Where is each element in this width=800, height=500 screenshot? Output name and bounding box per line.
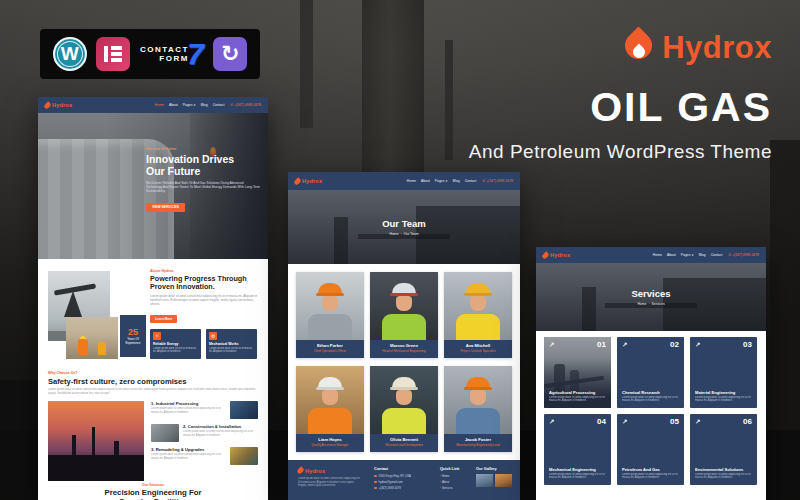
gallery-thumb[interactable] — [495, 474, 512, 487]
footer-link-home[interactable]: ›Home — [440, 474, 470, 478]
plugin-badges-bar: W CONTACT FORM 7 ↻ — [40, 29, 260, 79]
footer-contact-heading: Contact — [374, 467, 432, 471]
team-member-card[interactable]: Ethan ParkerChief Operations Officer — [296, 272, 364, 358]
phone-icon — [374, 487, 377, 490]
footer-link-services[interactable]: ›Services — [440, 486, 470, 490]
team-member-photo — [370, 366, 438, 434]
site-logo-text: Hydrox — [302, 178, 322, 184]
breadcrumb-separator: › — [648, 302, 649, 306]
main-nav: Home About Pages ∨ Blog Contact — [653, 253, 722, 257]
nav-pages[interactable]: Pages ∨ — [435, 179, 448, 183]
footer-logo: Hydrox — [298, 467, 362, 474]
learn-more-button[interactable]: Learn More — [150, 315, 177, 323]
home-page-mockup: Hydrox Home About Pages ∨ Blog Contact ✆… — [38, 97, 268, 500]
services-grid: ↗ 01 Agricultural Processing Lorem ipsum… — [544, 337, 758, 485]
footer-email[interactable]: hydrox@gmail.com — [379, 480, 403, 484]
page-title: Services — [536, 288, 766, 299]
services-page-mockup: Hydrox Home About Pages ∨ Blog Contact ✆… — [536, 247, 766, 500]
site-header: Hydrox Home About Pages ∨ Blog Contact ✆… — [38, 97, 268, 113]
flame-icon — [43, 101, 51, 109]
site-header: Hydrox Home About Pages ∨ Blog Contact ✆… — [288, 172, 520, 190]
services-intro: Our Services Precision Engineering For C… — [48, 483, 258, 500]
flame-icon — [296, 466, 304, 474]
nav-pages[interactable]: Pages ∨ — [183, 103, 196, 107]
energy-icon: ⚡ — [153, 332, 161, 340]
service-card[interactable]: ↗ 02 Chemical Research Lorem ipsum dolor… — [617, 337, 684, 408]
team-member-photo — [444, 366, 512, 434]
nav-home[interactable]: Home — [155, 103, 164, 107]
site-logo-text: Hydrox — [52, 102, 72, 108]
site-logo[interactable]: Hydrox — [295, 178, 322, 185]
experience-badge: 25 Years Of Experience — [120, 315, 146, 357]
service-card[interactable]: ↗ 06 Environmental Solutions Lorem ipsum… — [690, 414, 757, 485]
arrow-up-right-icon[interactable]: ↗ — [622, 341, 627, 349]
about-body: Lorem ipsum dolor sit amet consectetur a… — [150, 294, 260, 306]
theme-subtitle: And Petroleum WordPress Theme — [469, 141, 772, 163]
header-phone[interactable]: ✆ +(347) 0983 4478 — [230, 103, 261, 107]
feature-card-mechanical-works: ⚙ Mechanical Works Lorem ipsum dolor sit… — [206, 329, 257, 359]
service-card[interactable]: ↗ 03 Material Engineering Lorem ipsum do… — [690, 337, 757, 408]
cf7-seven: 7 — [187, 37, 204, 71]
team-member-card[interactable]: Ava MitchellProject Controls Specialist — [444, 272, 512, 358]
breadcrumb: Home›Our Team — [288, 232, 520, 236]
team-member-card[interactable]: Olivia BennettResearch and Development — [370, 366, 438, 452]
nav-home[interactable]: Home — [653, 253, 662, 257]
service-card[interactable]: ↗ 05 Petroleum And Gas Lorem ipsum dolor… — [617, 414, 684, 485]
cf7-label-line1: CONTACT — [140, 45, 189, 54]
about-heading: Powering Progress Through Proven Innovat… — [150, 275, 260, 291]
site-logo[interactable]: Hydrox — [543, 252, 570, 259]
why-item-3: 3. Remodeling & Upgrades Lorem ipsum dol… — [151, 447, 258, 465]
cf7-label-line2: FORM — [159, 54, 189, 63]
team-member-card[interactable]: Marcus GreenHead of Mechanical Engineeri… — [370, 272, 438, 358]
footer-phone[interactable]: +(347) 0983 4478 — [379, 486, 401, 490]
team-member-card[interactable]: Liam HayesQuality Assurance Manager — [296, 366, 364, 452]
breadcrumb: Home›Services — [536, 302, 766, 306]
nav-contact[interactable]: Contact — [213, 103, 225, 107]
arrow-up-right-icon[interactable]: ↗ — [695, 341, 700, 349]
team-member-card[interactable]: Jacob FosterManufacturing Engineering Le… — [444, 366, 512, 452]
elementor-icon — [96, 37, 130, 71]
footer-gallery-heading: Our Gallery — [476, 467, 514, 471]
flame-icon — [293, 177, 301, 185]
header-phone[interactable]: ✆ +(347) 0983 4478 — [482, 179, 513, 183]
team-page-mockup: Hydrox Home About Pages ∨ Blog Contact ✆… — [288, 172, 520, 500]
wordpress-icon: W — [53, 37, 87, 71]
arrow-up-right-icon[interactable]: ↗ — [549, 418, 554, 426]
nav-contact[interactable]: Contact — [711, 253, 723, 257]
nav-blog[interactable]: Blog — [201, 103, 208, 107]
footer-link-about[interactable]: ›About — [440, 480, 470, 484]
service-card[interactable]: ↗ 04 Mechanical Engineering Lorem ipsum … — [544, 414, 611, 485]
nav-blog[interactable]: Blog — [699, 253, 706, 257]
header-phone[interactable]: ✆ +(347) 0983 4478 — [728, 253, 759, 257]
nav-home[interactable]: Home — [407, 179, 416, 183]
nav-pages[interactable]: Pages ∨ — [681, 253, 694, 257]
theme-branding: Hydrox OIL GAS And Petroleum WordPress T… — [469, 26, 772, 163]
nav-about[interactable]: About — [169, 103, 178, 107]
site-logo[interactable]: Hydrox — [45, 102, 72, 109]
nav-contact[interactable]: Contact — [465, 179, 477, 183]
brand-logo-text: Hydrox — [662, 30, 772, 66]
nav-about[interactable]: About — [421, 179, 430, 183]
site-footer: Hydrox Lorem ipsum dolor sit amet consec… — [288, 460, 520, 500]
why-body: Lorem ipsum dolor sit amet consectetur a… — [48, 388, 258, 396]
about-label: About Hydrox — [150, 269, 260, 273]
feature-card-reliable-energy: ⚡ Reliable Energy Lorem ipsum dolor sit … — [150, 329, 201, 359]
why-choose-us-section: Why Choose Us? Safety-first culture, zer… — [38, 365, 268, 500]
nav-blog[interactable]: Blog — [453, 179, 460, 183]
why-item-1: 1. Industrial Processing Lorem ipsum dol… — [151, 401, 258, 419]
view-services-button[interactable]: VIEW SERVICES — [146, 203, 185, 212]
phone-icon: ✆ — [230, 103, 233, 107]
gallery-thumb[interactable] — [476, 474, 493, 487]
service-card[interactable]: ↗ 01 Agricultural Processing Lorem ipsum… — [544, 337, 611, 408]
team-member-photo — [444, 272, 512, 340]
footer-quicklink-heading: Quick Link — [440, 467, 470, 471]
location-icon — [374, 475, 377, 478]
hero-section: Welcome To Hydrox Innovation Drives Our … — [38, 113, 268, 259]
arrow-up-right-icon[interactable]: ↗ — [622, 418, 627, 426]
redux-refresh-icon: ↻ — [213, 37, 247, 71]
chevron-down-icon: ∨ — [193, 103, 195, 107]
team-member-photo — [296, 272, 364, 340]
arrow-up-right-icon[interactable]: ↗ — [695, 418, 700, 426]
arrow-up-right-icon[interactable]: ↗ — [549, 341, 554, 349]
nav-about[interactable]: About — [667, 253, 676, 257]
